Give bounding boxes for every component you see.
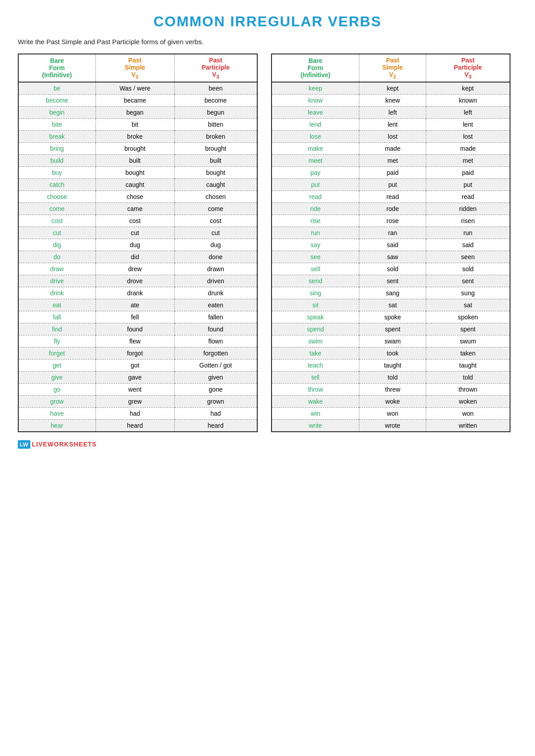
form-cell: eaten [174,299,257,311]
form-cell: forgot [95,347,174,359]
form-cell: won [359,407,426,419]
table-row: meetmetmet [272,154,510,166]
form-cell: built [95,154,174,166]
verb-cell: write [272,419,359,432]
form-cell: sat [426,299,510,311]
form-cell: grew [95,395,174,407]
form-cell: bought [95,166,174,178]
table-row: winwonwon [272,407,510,419]
form-cell: become [174,94,257,106]
table-row: saysaidsaid [272,239,510,251]
form-cell: came [95,202,174,215]
form-cell: sat [359,299,426,311]
form-cell: wrote [359,419,426,432]
form-cell: heard [95,419,174,432]
form-cell: kept [359,82,426,95]
form-cell: caught [174,178,257,190]
table-row: teachtaughttaught [272,359,510,371]
verb-cell: hear [18,419,95,432]
form-cell: threw [359,383,426,395]
right-header-participle: PastParticipleV3 [426,54,510,82]
form-cell: sold [359,263,426,275]
verb-cell: be [18,82,95,95]
verb-cell: teach [272,359,359,371]
verb-cell: dig [18,239,95,251]
verb-cell: see [272,251,359,263]
table-row: speakspokespoken [272,311,510,323]
form-cell: brought [174,142,257,154]
table-row: paypaidpaid [272,166,510,178]
form-cell: said [426,239,510,251]
form-cell: won [426,407,510,419]
table-row: knowknewknown [272,94,510,106]
form-cell: dug [174,239,257,251]
form-cell: lost [359,130,426,142]
form-cell: heard [174,419,257,432]
form-cell: left [359,106,426,118]
verb-cell: find [18,323,95,335]
form-cell: woken [426,395,510,407]
verb-cell: come [18,202,95,215]
table-row: fallfellfallen [18,311,257,323]
table-row: comecamecome [18,202,257,215]
table-row: havehadhad [18,407,257,419]
left-header-past: PastSimpleV2 [95,54,174,82]
form-cell: lent [426,118,510,130]
table-row: riseroserisen [272,215,510,227]
verb-cell: cost [18,215,95,227]
verb-cell: say [272,239,359,251]
form-cell: found [174,323,257,335]
form-cell: spent [359,323,426,335]
form-cell: paid [359,166,426,178]
form-cell: flown [174,335,257,347]
form-cell: driven [174,275,257,287]
form-cell: ridden [426,202,510,215]
form-cell: rose [359,215,426,227]
table-row: bitebitbitten [18,118,257,130]
form-cell: made [426,142,510,154]
verb-cell: speak [272,311,359,323]
verb-cell: get [18,359,95,371]
form-cell: had [95,407,174,419]
form-cell: read [426,190,510,202]
logo: LW LIVEWORKSHEETS [18,440,97,449]
form-cell: taught [426,359,510,371]
form-cell: did [95,251,174,263]
form-cell: drew [95,263,174,275]
form-cell: sent [426,275,510,287]
form-cell: began [95,106,174,118]
form-cell: come [174,202,257,215]
form-cell: saw [359,251,426,263]
logo-box: LW [18,440,30,449]
table-row: throwthrewthrown [272,383,510,395]
table-row: lendlentlent [272,118,510,130]
table-row: swimswamswum [272,335,510,347]
form-cell: brought [95,142,174,154]
verb-cell: tell [272,371,359,383]
verb-cell: sing [272,287,359,299]
table-row: costcostcost [18,215,257,227]
table-row: spendspentspent [272,323,510,335]
form-cell: rode [359,202,426,215]
table-row: putputput [272,178,510,190]
table-row: eatateeaten [18,299,257,311]
form-cell: lent [359,118,426,130]
form-cell: taught [359,359,426,371]
right-table: BareForm(Infinitive) PastSimpleV2 PastPa… [271,54,511,432]
form-cell: met [359,154,426,166]
table-row: flyflewflown [18,335,257,347]
verb-cell: drink [18,287,95,299]
verb-cell: sit [272,299,359,311]
form-cell: drank [95,287,174,299]
form-cell: went [95,383,174,395]
form-cell: drawn [174,263,257,275]
table-row: drivedrovedriven [18,275,257,287]
form-cell: done [174,251,257,263]
form-cell: taken [426,347,510,359]
verb-cell: spend [272,323,359,335]
table-row: writewrotewritten [272,419,510,432]
form-cell: cost [174,215,257,227]
form-cell: kept [426,82,510,95]
form-cell: had [174,407,257,419]
form-cell: built [174,154,257,166]
